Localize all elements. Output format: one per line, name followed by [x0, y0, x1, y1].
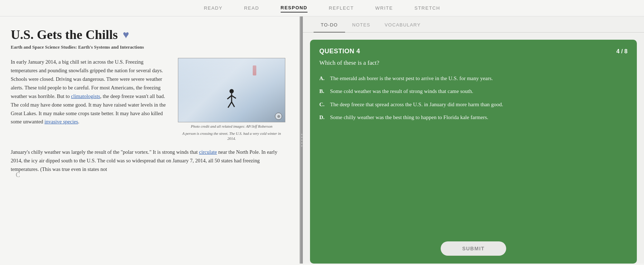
submit-button[interactable]: SUBMIT: [441, 241, 506, 256]
zoom-icon[interactable]: ⊕: [275, 113, 282, 120]
answer-letter-b: B.: [319, 87, 326, 95]
svg-line-3: [232, 95, 236, 98]
heart-icon[interactable]: ♥: [123, 29, 129, 41]
drag-dot-1: [301, 134, 302, 135]
article-title: U.S. Gets the Chills ♥: [11, 27, 285, 42]
answer-text-a: The emerald ash borer is the worst pest …: [330, 74, 493, 83]
article-image: ⊕: [178, 58, 285, 122]
question-header: QUESTION 4 4 / 8: [319, 48, 628, 55]
question-label: QUESTION 4: [319, 48, 360, 55]
loading-spinner-icon: C: [16, 171, 20, 179]
climatologists-link[interactable]: climatologists: [71, 93, 100, 99]
nav-write[interactable]: WRITE: [375, 5, 393, 12]
answer-options: A. The emerald ash borer is the worst pe…: [319, 74, 628, 122]
article-body: In early January 2014, a big chill set i…: [11, 58, 285, 142]
spinner-area: C: [11, 177, 285, 183]
nav-ready[interactable]: READY: [204, 5, 222, 12]
top-navigation: READY READ RESPOND REFLECT WRITE STRETCH: [0, 0, 644, 16]
main-layout: U.S. Gets the Chills ♥ Earth and Space S…: [0, 16, 644, 264]
svg-line-2: [227, 95, 232, 99]
question-card: QUESTION 4 4 / 8 Which of these is a fac…: [310, 40, 637, 264]
answer-text-c: The deep freeze that spread across the U…: [330, 100, 503, 109]
svg-line-4: [228, 102, 232, 108]
answer-letter-d: D.: [319, 113, 326, 122]
image-credit: Photo credit and all related images: AP/…: [178, 124, 285, 129]
answer-option-a[interactable]: A. The emerald ash borer is the worst pe…: [319, 74, 628, 83]
answer-text-d: Some chilly weather was the best thing t…: [330, 113, 488, 122]
tab-todo[interactable]: TO-DO: [314, 16, 345, 33]
article-subtitle: Earth and Space Science Studies: Earth's…: [11, 44, 285, 50]
svg-point-0: [229, 89, 234, 93]
question-counter: 4 / 8: [616, 48, 628, 55]
right-tabs: TO-DO NOTES VOCABULARY: [303, 16, 644, 33]
article-text-bottom: January's chilly weather was largely the…: [11, 148, 285, 174]
answer-text-b: Some cold weather was the result of stro…: [330, 87, 473, 95]
answer-letter-a: A.: [319, 74, 326, 83]
circulate-link[interactable]: circulate: [199, 149, 217, 155]
tab-notes[interactable]: NOTES: [345, 16, 378, 32]
nav-read[interactable]: READ: [244, 5, 259, 12]
drag-dot-2: [301, 137, 302, 138]
answer-option-b[interactable]: B. Some cold weather was the result of s…: [319, 87, 628, 95]
drag-dot-4: [301, 142, 302, 144]
drag-dot-5: [301, 145, 302, 147]
nav-respond[interactable]: RESPOND: [281, 5, 308, 13]
answer-option-d[interactable]: D. Some chilly weather was the best thin…: [319, 113, 628, 122]
image-caption: A person is crossing the street. The U.S…: [178, 131, 285, 142]
question-text: Which of these is a fact?: [319, 59, 628, 67]
answer-letter-c: C.: [319, 100, 326, 109]
right-panel: TO-DO NOTES VOCABULARY QUESTION 4 4 / 8 …: [303, 16, 644, 264]
walking-figure-icon: [224, 88, 239, 111]
answer-option-c[interactable]: C. The deep freeze that spread across th…: [319, 100, 628, 109]
drag-dot-3: [301, 139, 302, 141]
article-image-block: ⊕ Photo credit and all related images: A…: [178, 58, 285, 142]
nav-reflect[interactable]: REFLECT: [329, 5, 354, 12]
invasive-species-link[interactable]: invasive species: [44, 119, 78, 124]
tab-vocabulary[interactable]: VOCABULARY: [377, 16, 428, 32]
nav-stretch[interactable]: STRETCH: [415, 5, 440, 12]
article-panel: U.S. Gets the Chills ♥ Earth and Space S…: [0, 16, 301, 264]
article-text-left: In early January 2014, a big chill set i…: [11, 58, 169, 142]
svg-line-5: [232, 102, 234, 107]
